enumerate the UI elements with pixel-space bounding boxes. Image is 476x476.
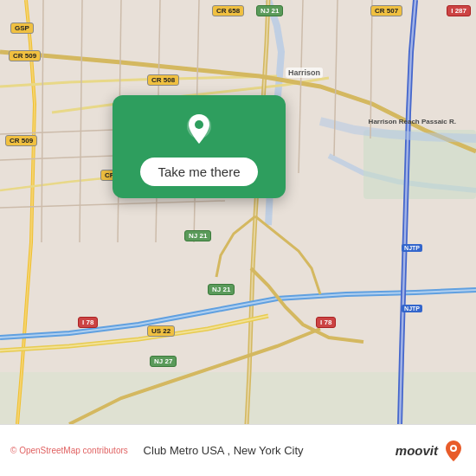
bottom-bar: © OpenStreetMap contributors Club Metro … xyxy=(0,424,476,476)
cr658-shield: CR 658 xyxy=(212,5,244,16)
moovit-logo: moovit xyxy=(396,439,466,463)
i78right-shield: I 78 xyxy=(316,317,336,328)
njtp2-badge: NJTP xyxy=(402,305,422,312)
cr507-shield: CR 507 xyxy=(370,5,402,16)
cr508-shield: CR 508 xyxy=(147,74,179,86)
popup-card: Take me there xyxy=(113,95,286,198)
harrison-label: Harrison xyxy=(286,68,323,78)
svg-point-16 xyxy=(195,120,203,129)
location-separator: , xyxy=(227,444,233,457)
nj21mid-shield: NJ 21 xyxy=(184,230,211,241)
cr509bot-shield: CR 509 xyxy=(5,135,37,146)
osm-contributors: contributors xyxy=(83,446,128,455)
njtp1-badge: NJTP xyxy=(402,244,422,252)
osm-link[interactable]: OpenStreetMap xyxy=(19,446,80,455)
location-name: Club Metro USA xyxy=(144,444,224,457)
harrison-reach-label: Harrison Reach Passaic R. xyxy=(366,117,459,126)
nj27-shield: NJ 27 xyxy=(150,356,177,367)
moovit-text: moovit xyxy=(396,443,438,458)
location-pin-icon xyxy=(180,111,218,149)
location-info: Club Metro USA , New York City xyxy=(137,444,396,457)
svg-rect-2 xyxy=(0,372,476,424)
copyright-icon: © xyxy=(10,446,16,455)
map-container: Harrison Harrison Reach Passaic R. CR 65… xyxy=(0,0,476,424)
i287-shield: I 287 xyxy=(447,5,471,16)
take-me-there-button[interactable]: Take me there xyxy=(140,158,257,186)
nj21bot-shield: NJ 21 xyxy=(208,284,235,295)
moovit-pin-icon xyxy=(441,439,466,463)
location-city: New York City xyxy=(234,444,304,457)
nj21top-shield: NJ 21 xyxy=(256,5,283,16)
svg-point-18 xyxy=(452,447,455,450)
osm-credit: © OpenStreetMap contributors xyxy=(10,446,137,455)
i78left-shield: I 78 xyxy=(78,317,98,328)
cr509top-shield: CR 509 xyxy=(9,50,41,61)
gsp-shield: GSP xyxy=(10,23,34,34)
us22-shield: US 22 xyxy=(147,325,175,337)
